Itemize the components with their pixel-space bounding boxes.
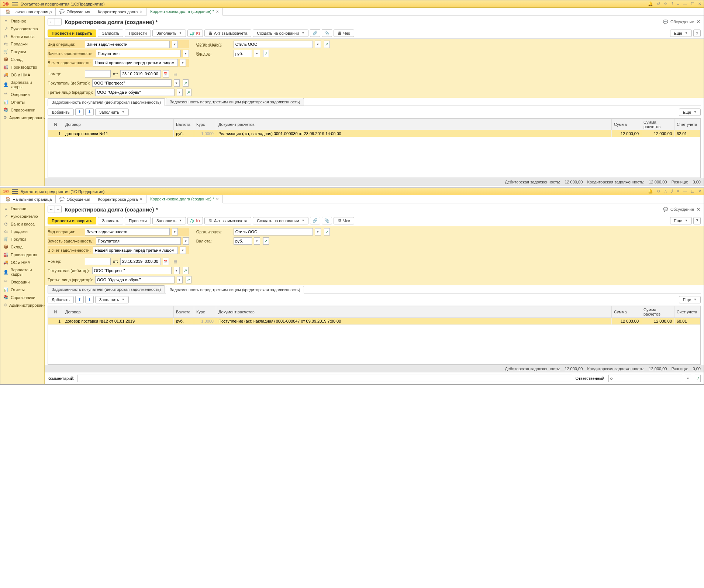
nav-back[interactable]: ←: [48, 206, 55, 213]
col-curr[interactable]: Валюта: [174, 119, 194, 130]
col-acct[interactable]: Счет учета: [674, 119, 700, 130]
sidebar-item-admin[interactable]: ⚙Администрирование: [0, 301, 44, 309]
dtktbtn[interactable]: ДтКт: [187, 217, 203, 224]
page-close-icon[interactable]: ✕: [696, 19, 701, 25]
dropdown-icon[interactable]: ▼: [174, 267, 180, 274]
op-type-input[interactable]: [85, 41, 170, 48]
tab-home[interactable]: 🏠 Начальная страница: [2, 8, 56, 16]
offset-input[interactable]: [96, 237, 181, 245]
dtktbtn[interactable]: ДтКт: [187, 30, 203, 37]
more-button[interactable]: Еще▼: [670, 30, 692, 37]
open-icon[interactable]: ↗: [263, 50, 269, 57]
related-button[interactable]: 🔗: [310, 217, 320, 224]
fill-button[interactable]: Заполнить▼: [152, 30, 186, 37]
open-icon[interactable]: ↗: [324, 41, 330, 48]
sidebar-item-sales[interactable]: 🛍Продажи: [0, 228, 44, 235]
create-on-button[interactable]: Создать на основании▼: [253, 217, 308, 224]
page-close-icon[interactable]: ✕: [696, 206, 701, 212]
sidebar-item-reports[interactable]: 📊Отчеты: [0, 286, 44, 293]
sidebar-item-operations[interactable]: ᴬᵏОперации: [0, 90, 44, 98]
open-icon[interactable]: ↗: [324, 228, 330, 235]
dropdown-icon[interactable]: ▼: [172, 228, 178, 235]
calendar-icon[interactable]: 📅: [163, 258, 169, 265]
settings-icon[interactable]: ≡: [677, 189, 679, 194]
more-button[interactable]: Еще▼: [670, 217, 692, 224]
org-input[interactable]: [234, 228, 313, 235]
dropdown-icon[interactable]: ▼: [177, 89, 183, 96]
help-button[interactable]: ?: [693, 30, 701, 37]
dropdown-icon[interactable]: ▼: [183, 237, 189, 245]
buyer-input[interactable]: [92, 79, 172, 87]
sidebar-item-warehouse[interactable]: 📦Склад: [0, 243, 44, 251]
col-doc[interactable]: Документ расчетов: [216, 306, 612, 318]
maximize-icon[interactable]: ☐: [691, 189, 694, 194]
minimize-icon[interactable]: —: [683, 1, 687, 6]
resp-input[interactable]: [608, 375, 682, 382]
discuss-icon[interactable]: 💬: [663, 207, 668, 212]
close-window-icon[interactable]: ✕: [698, 189, 701, 194]
col-sum-calc[interactable]: Сумма расчетов: [641, 119, 674, 130]
dropdown-icon[interactable]: ▼: [174, 79, 180, 87]
cheque-button[interactable]: 🖶 Чек: [334, 30, 354, 37]
post-close-button[interactable]: Провести и закрыть: [48, 217, 96, 224]
tab-discussions[interactable]: 💬Обсуждения: [56, 8, 94, 16]
post-button[interactable]: Провести: [125, 217, 151, 224]
subtab-debit[interactable]: Задолженность покупателя (дебиторская за…: [48, 98, 165, 106]
date-input[interactable]: [120, 70, 161, 78]
settlement-button[interactable]: 🖶 Акт взаимозачета: [204, 217, 251, 224]
star-icon[interactable]: ☆: [664, 1, 667, 6]
col-doc[interactable]: Документ расчетов: [216, 119, 612, 130]
col-rate[interactable]: Курс: [194, 119, 216, 130]
sidebar-item-main[interactable]: ≡Главное: [0, 205, 44, 212]
history-icon[interactable]: ↺: [657, 189, 660, 194]
table-fill-button[interactable]: Заполнить▼: [95, 109, 129, 116]
bell-icon[interactable]: 🔔: [648, 189, 653, 194]
col-sum[interactable]: Сумма: [612, 306, 641, 318]
main-menu-icon[interactable]: [12, 2, 18, 6]
dropdown-icon[interactable]: ▼: [183, 50, 189, 57]
create-on-button[interactable]: Создать на основании▼: [253, 30, 308, 37]
history-icon[interactable]: ↺: [657, 1, 660, 6]
subtab-credit[interactable]: Задолженность перед третьим лицом (креди…: [166, 98, 304, 106]
add-button[interactable]: Добавить: [48, 109, 74, 116]
sidebar-item-purchases[interactable]: 🛒Покупки: [0, 235, 44, 243]
tab-close-icon[interactable]: ✕: [216, 10, 219, 14]
tab-close-icon[interactable]: ✕: [216, 197, 219, 201]
move-up-button[interactable]: ⬆: [75, 296, 84, 303]
col-sum[interactable]: Сумма: [612, 119, 641, 130]
fill-button[interactable]: Заполнить▼: [152, 217, 186, 224]
open-icon[interactable]: ↗: [186, 89, 191, 96]
sidebar-item-manager[interactable]: ↗Руководителю: [0, 212, 44, 220]
num-input[interactable]: [85, 70, 111, 78]
sidebar-item-bank[interactable]: ◔Банк и касса: [0, 220, 44, 228]
write-button[interactable]: Записать: [98, 217, 123, 224]
table-row[interactable]: 1 договор поставки №11 руб. 1,0000 Реали…: [48, 130, 700, 137]
nav-forward[interactable]: →: [55, 18, 61, 25]
dropdown-icon[interactable]: ▼: [685, 375, 691, 382]
date-input[interactable]: [120, 258, 161, 265]
num-input[interactable]: [85, 258, 111, 265]
col-contract[interactable]: Договор: [63, 119, 174, 130]
sidebar-item-salary[interactable]: 👤Зарплата и кадры: [0, 79, 44, 90]
col-rate[interactable]: Курс: [194, 306, 216, 318]
open-icon[interactable]: ↗: [263, 237, 269, 245]
move-up-button[interactable]: ⬆: [75, 108, 84, 116]
sidebar-item-catalogs[interactable]: 📚Справочники: [0, 293, 44, 301]
subtab-credit[interactable]: Задолженность перед третьим лицом (креди…: [166, 286, 304, 293]
against-input[interactable]: [93, 59, 178, 66]
help-button[interactable]: ?: [693, 217, 701, 224]
tab-debt-adjust[interactable]: Корректировка долга✕: [94, 8, 146, 16]
discuss-label[interactable]: Обсуждение: [670, 207, 694, 212]
curr-input[interactable]: [234, 237, 252, 245]
close-window-icon[interactable]: ✕: [698, 1, 701, 6]
sidebar-item-bank[interactable]: ◔Банк и касса: [0, 32, 44, 40]
settlement-button[interactable]: 🖶 Акт взаимозачета: [204, 30, 251, 37]
sidebar-item-assets[interactable]: 🚚ОС и НМА: [0, 71, 44, 79]
col-n[interactable]: N: [48, 119, 63, 130]
table-fill-button[interactable]: Заполнить▼: [95, 296, 129, 303]
dropdown-icon[interactable]: ▼: [315, 228, 321, 235]
col-contract[interactable]: Договор: [63, 306, 174, 318]
tab-debt-adjust[interactable]: Корректировка долга✕: [94, 195, 146, 203]
discuss-icon[interactable]: 💬: [663, 20, 668, 24]
dropdown-icon[interactable]: ▼: [180, 247, 186, 254]
